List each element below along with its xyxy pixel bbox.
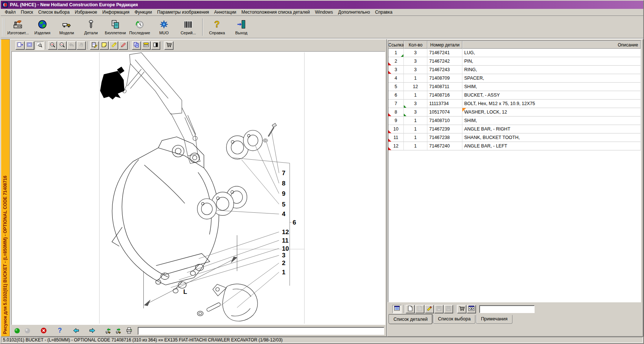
cell-ref[interactable]: 8: [388, 108, 404, 117]
help-button[interactable]: ?Справка: [205, 17, 229, 37]
cell-description[interactable]: PIN,: [462, 57, 641, 66]
callout-4[interactable]: 4: [282, 211, 286, 218]
menu-item-12[interactable]: Справка: [372, 9, 395, 15]
contrast-button[interactable]: [151, 41, 160, 50]
cell-qty[interactable]: 3: [404, 66, 427, 74]
fit-window-button[interactable]: [25, 41, 34, 50]
cell-ref[interactable]: 9: [388, 117, 404, 125]
models-button[interactable]: Модели: [55, 17, 79, 37]
tab-3[interactable]: Примечания: [476, 315, 512, 324]
drawing-nav-input[interactable]: [138, 327, 384, 335]
cell-part-number[interactable]: 71408709: [427, 74, 462, 83]
zoom-out-button[interactable]: [57, 41, 67, 50]
cell-part-number[interactable]: 71467240: [427, 142, 462, 150]
copy-image-button[interactable]: [132, 41, 141, 50]
menu-item-7[interactable]: Параметры изображения: [155, 9, 212, 15]
callout-3[interactable]: 3: [282, 252, 285, 259]
part-search-input[interactable]: [479, 305, 535, 313]
copy-note-button[interactable]: [415, 305, 424, 313]
callout-1[interactable]: 1: [282, 269, 285, 276]
find-part-button[interactable]: [467, 305, 476, 313]
cell-description[interactable]: BOLT, Hex, M12 x 75, 10.9, 12X75: [462, 100, 641, 108]
cell-part-number[interactable]: 71408710: [427, 117, 462, 125]
save-all-button[interactable]: [444, 305, 453, 313]
menu-item-11[interactable]: Дополнительно: [336, 9, 372, 15]
callout-11[interactable]: 11: [282, 237, 288, 244]
fit-page-button[interactable]: [15, 41, 25, 50]
prev-model-button[interactable]: [104, 327, 113, 336]
cell-description[interactable]: SHANK, BUCKET TOOTH,: [462, 133, 641, 142]
cell-qty[interactable]: 1: [404, 133, 427, 142]
pan-button[interactable]: [77, 41, 86, 50]
save-note-button[interactable]: [434, 305, 444, 313]
cell-qty[interactable]: 1: [404, 142, 427, 150]
table-row-3[interactable]: 3371467243RING,: [388, 66, 641, 74]
bulletins-button[interactable]: Бюллетени: [103, 17, 127, 37]
cell-description[interactable]: LUG,: [462, 49, 641, 57]
recent-button[interactable]: Последние: [127, 17, 152, 37]
stop-button[interactable]: [39, 327, 48, 336]
next-model-button[interactable]: [114, 327, 123, 336]
table-row-1[interactable]: 1371467241LUG,: [388, 49, 641, 57]
cell-part-number[interactable]: 71467242: [427, 57, 462, 66]
cell-description[interactable]: SHIM,: [462, 117, 641, 125]
cart-small-button[interactable]: [457, 305, 466, 313]
cell-part-number[interactable]: 71467243: [427, 66, 462, 74]
back-button[interactable]: [71, 327, 80, 336]
toolbar-grip[interactable]: [2, 18, 5, 36]
title-bar[interactable]: PAL (NHCE) - New Holland Construction Eu…: [1, 1, 643, 9]
cell-description[interactable]: RING,: [462, 66, 641, 74]
table-row-12[interactable]: 12171467240ANGLE BAR, - LEFT: [388, 142, 641, 150]
cell-qty[interactable]: 3: [404, 100, 427, 108]
erase-note-button[interactable]: [425, 305, 434, 313]
cart-button[interactable]: [164, 41, 174, 50]
table-row-4[interactable]: 4171408709SPACER,: [388, 74, 641, 83]
cell-description[interactable]: WASHER, LOCK, 12: [462, 108, 641, 117]
cell-qty[interactable]: 3: [404, 49, 427, 57]
drawing-canvas[interactable]: 789546121110321L: [11, 51, 385, 325]
zoom-in-button[interactable]: [48, 41, 57, 50]
table-row-7[interactable]: 7311113734BOLT, Hex, M12 x 75, 10.9, 12X…: [388, 100, 641, 108]
print-button[interactable]: [125, 327, 133, 336]
menu-item-1[interactable]: Файл: [2, 9, 18, 15]
undo-view-button[interactable]: [67, 41, 76, 50]
menu-item-6[interactable]: Функции: [132, 9, 154, 15]
cell-part-number[interactable]: 71408716: [427, 91, 462, 100]
cell-part-number[interactable]: 10517074: [427, 108, 462, 117]
cell-description[interactable]: ANGLE BAR, - LEFT: [462, 142, 641, 150]
column-header-3[interactable]: Номер детали: [427, 41, 462, 49]
cell-ref[interactable]: 5: [388, 83, 404, 91]
column-header-2[interactable]: Кол-во: [404, 41, 427, 49]
layout-button[interactable]: [141, 41, 151, 50]
zoom-area-button[interactable]: [35, 41, 44, 50]
cell-description[interactable]: SHIM,: [462, 83, 641, 91]
callout-5[interactable]: 5: [282, 201, 285, 208]
cell-ref[interactable]: 7: [388, 100, 404, 108]
cell-ref[interactable]: 12: [388, 142, 404, 150]
cell-qty[interactable]: 1: [404, 74, 427, 83]
menu-item-5[interactable]: Информация: [100, 9, 132, 15]
callout-7[interactable]: 7: [282, 170, 285, 177]
cell-qty[interactable]: 1: [404, 125, 427, 133]
new-note-button[interactable]: [406, 305, 415, 313]
cell-part-number[interactable]: 71467239: [427, 125, 462, 133]
callout-9[interactable]: 9: [282, 190, 285, 197]
cell-qty[interactable]: 12: [404, 83, 427, 91]
muo-button[interactable]: MUO: [152, 17, 176, 37]
cell-part-number[interactable]: 11113734: [427, 100, 462, 108]
cell-description[interactable]: BUCKET, - ASSY: [462, 91, 641, 100]
products-button[interactable]: Изделия: [30, 17, 55, 37]
cell-ref[interactable]: 1: [388, 49, 404, 57]
callout-6[interactable]: 6: [293, 219, 296, 226]
cell-ref[interactable]: 6: [388, 91, 404, 100]
menu-item-10[interactable]: Windows: [312, 9, 336, 15]
parts-button[interactable]: Детали: [79, 17, 103, 37]
note-button[interactable]: [99, 41, 109, 50]
annotate-button[interactable]: [90, 41, 99, 50]
menu-item-3[interactable]: Список выбора: [36, 9, 72, 15]
tab-1[interactable]: Список деталей: [389, 314, 433, 324]
menu-item-8[interactable]: Аннотации: [211, 9, 239, 15]
callout-8[interactable]: 8: [282, 180, 285, 187]
callout-2[interactable]: 2: [282, 260, 285, 267]
tab-2[interactable]: Список выбора: [433, 315, 476, 324]
